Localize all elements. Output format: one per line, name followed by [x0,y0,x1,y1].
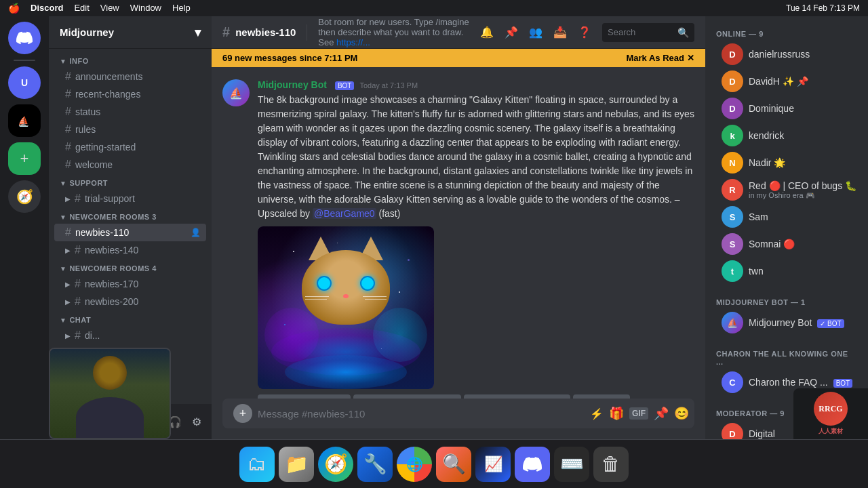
app-menu[interactable]: Discord [31,3,63,13]
channel-item-status[interactable]: # status [54,103,206,121]
edit-menu[interactable]: Edit [74,3,89,13]
members-icon[interactable]: 👥 [529,26,542,39]
dock-keyboard[interactable]: ⌨️ [554,447,589,482]
online-category-header: ONLINE — 9 [705,27,868,41]
member-nadir[interactable]: N Nadir 🌟 [711,149,863,176]
inbox-icon[interactable]: 📥 [553,26,567,39]
channel-label: rules [75,124,96,135]
server-icon-midjourney[interactable]: ⛵ [8,104,41,137]
member-avatar: D [722,423,743,439]
member-kendrick[interactable]: k kendrick [711,122,863,149]
category-header-info[interactable]: ▼ INFO [49,54,212,68]
sticker-icon[interactable]: 📌 [654,406,669,421]
settings-button[interactable]: ⚙ [187,412,206,431]
stars-layer [258,226,434,389]
channel-item-di[interactable]: ▶ # di... [54,327,206,344]
svg-text:⛵: ⛵ [229,87,243,100]
apple-menu[interactable]: 🍎 [8,3,20,14]
help-menu[interactable]: Help [172,3,191,13]
server-icon-discover[interactable]: 🧭 [8,180,41,213]
category-header-newcomer4[interactable]: ▼ NEWCOMER ROOMS 4 [49,262,212,275]
member-name: danielrussruss [749,49,857,60]
channel-item-newbies-170[interactable]: ▶ # newbies-170 [54,275,206,293]
message-midjourney: ⛵ Midjourney Bot BOT Today at 7:13 PM Th… [222,78,694,399]
dock-finder[interactable]: 🗂 [239,447,275,482]
channel-item-announcements[interactable]: # announcements [54,68,206,85]
category-header-newcomer3[interactable]: ▼ NEWCOMER ROOMS 3 [49,210,212,224]
dock-launchpad[interactable]: 📁 [279,447,314,482]
notification-bar: 69 new messages since 7:11 PM Mark As Re… [212,49,705,67]
channel-item-trial-support[interactable]: ▶ # trial-support [54,190,206,207]
expand-icon: ▶ [65,247,71,254]
discord-dock-icon [523,455,542,474]
category-header-chat[interactable]: ▼ CHAT [49,313,212,327]
launchpad-icon: 📁 [285,453,309,475]
channel-item-newbies-140[interactable]: ▶ # newbies-140 [54,241,206,259]
dock-discord-app[interactable] [515,447,550,482]
dock-trash[interactable]: 🗑 [593,447,629,482]
message-text: The 8k background image showcases a char… [258,93,694,221]
window-menu[interactable]: Window [130,3,161,13]
message-input[interactable] [258,408,585,420]
server-icon-user[interactable]: U [8,66,41,99]
bot-badge-charon: BOT [833,379,853,388]
hash-icon: # [75,244,81,256]
dock-tradingview[interactable]: 📈 [475,447,511,482]
channel-item-recent-changes[interactable]: # recent-changes [54,85,206,103]
member-davidh[interactable]: D DavidH ✨ 📌 [711,68,863,95]
member-somnai[interactable]: S Somnai 🔴 [711,230,863,258]
member-info: Charon the FAQ ... BOT [749,377,857,388]
channel-item-newbies-200[interactable]: ▶ # newbies-200 [54,293,206,310]
channel-item-getting-started[interactable]: # getting-started [54,138,206,156]
channel-label: announcements [75,71,143,82]
server-header[interactable]: Midjourney ▾ [49,16,212,49]
hash-icon: # [65,70,71,83]
member-info: Red 🔴 | CEO of bugs 🐛 in my Oshiro era 🎮 [749,180,857,200]
dock-sourcetree[interactable]: 🔧 [357,447,393,482]
add-file-button[interactable]: + [233,404,252,423]
member-midjourney-bot[interactable]: ⛵ Midjourney Bot ✓ BOT [711,309,863,336]
chevron-icon: ▼ [60,265,66,272]
pin-header-icon[interactable]: 📌 [505,26,518,39]
gif-icon[interactable]: GIF [629,407,648,420]
member-sam[interactable]: S Sam [711,203,863,230]
tradingview-icon: 📈 [484,455,502,473]
server-icon-discord[interactable] [8,22,41,54]
member-avatar: R [722,179,743,201]
member-info: Nadir 🌟 [749,157,857,168]
emoji-icon[interactable]: 😊 [674,406,689,421]
view-menu[interactable]: View [100,3,119,13]
category-header-support[interactable]: ▼ SUPPORT [49,176,212,190]
channel-label: welcome [75,159,113,170]
mark-read-button[interactable]: Mark As Read ✕ [627,53,695,63]
dock-chrome[interactable]: 🌐 [397,447,432,482]
dock-arc[interactable]: 🔍 [436,447,471,482]
gift-icon[interactable]: 🎁 [609,406,624,421]
channel-hash-icon: # [222,24,230,40]
member-info: Dominique [749,103,857,114]
member-twn[interactable]: t twn [711,258,863,285]
mention-beargame[interactable]: @BearGame0 [313,208,376,219]
search-bar[interactable]: 🔍 [602,23,694,42]
member-dominique[interactable]: D Dominique [711,95,863,122]
member-red[interactable]: R Red 🔴 | CEO of bugs 🐛 in my Oshiro era… [711,176,863,203]
member-name: Nadir 🌟 [749,157,857,168]
server-icon-add[interactable]: + [8,142,41,175]
galaxy-kitten-bg [258,226,434,389]
hash-icon: # [75,192,81,205]
dock-safari[interactable]: 🧭 [318,447,353,482]
member-danielrussruss[interactable]: D danielrussruss [711,41,863,68]
search-input[interactable] [608,27,675,37]
expand-icon: ▶ [65,281,71,288]
chevron-icon: ▼ [60,58,66,65]
channel-item-newbies-110[interactable]: # newbies-110 👤 [54,224,206,241]
channel-item-welcome[interactable]: # welcome [54,156,206,174]
member-sidebar: ONLINE — 9 D danielrussruss D DavidH ✨ 📌… [705,16,868,439]
member-name: Charon the FAQ ... BOT [749,377,857,388]
lightning-icon: ⚡ [590,407,604,420]
description-link[interactable]: https://... [336,37,370,47]
hash-icon: # [65,159,71,171]
mac-time: Tue 14 Feb 7:13 PM [786,3,860,13]
channel-item-rules[interactable]: # rules [54,121,206,138]
help-header-icon[interactable]: ❓ [578,26,591,39]
